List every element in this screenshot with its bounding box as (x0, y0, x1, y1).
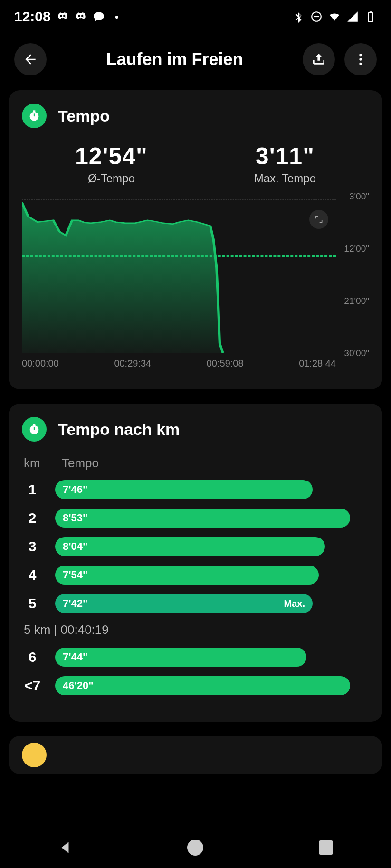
y-tick: 21'00" (344, 296, 369, 306)
split-row: 28'53" (22, 509, 369, 528)
x-tick: 00:29:34 (114, 358, 151, 372)
split-bar: 7'54" (55, 566, 319, 585)
share-button[interactable] (303, 43, 335, 75)
split-bar: 46'20" (55, 676, 350, 695)
more-button[interactable] (344, 43, 377, 75)
max-pace-label: Max. Tempo (254, 172, 316, 185)
split-tempo: 8'04" (63, 540, 87, 553)
split-tempo: 7'42" (63, 597, 87, 610)
split-milestone-note: 5 km | 00:40:19 (24, 623, 369, 637)
discord-icon (75, 10, 87, 23)
svg-rect-10 (33, 424, 36, 425)
svg-rect-1 (314, 16, 319, 17)
dnd-icon (310, 10, 323, 23)
splits-column-headers: km Tempo (22, 456, 369, 471)
status-left: 12:08 ● (14, 9, 123, 25)
split-row: 57'42"Max. (22, 594, 369, 613)
svg-rect-2 (369, 12, 373, 22)
svg-point-5 (359, 58, 362, 60)
nav-home-button[interactable] (181, 833, 210, 862)
battery-icon (364, 10, 377, 23)
split-km: 6 (22, 649, 43, 665)
col-tempo: Tempo (62, 456, 99, 471)
system-nav-bar (0, 827, 391, 868)
x-tick: 00:59:08 (207, 358, 244, 372)
stopwatch-icon (22, 417, 47, 442)
status-right (292, 10, 377, 23)
split-row: 67'44" (22, 648, 369, 667)
split-max-label: Max. (284, 598, 305, 609)
split-row: 17'46" (22, 480, 369, 499)
x-tick: 01:28:44 (299, 358, 336, 372)
split-bar: 7'42"Max. (55, 594, 313, 613)
avg-pace-stat: 12'54" Ø-Tempo (75, 142, 148, 185)
split-row: <746'20" (22, 676, 369, 695)
max-pace-stat: 3'11" Max. Tempo (254, 142, 316, 185)
content-scroll[interactable]: Tempo 12'54" Ø-Tempo 3'11" Max. Tempo 3'… (0, 85, 391, 831)
svg-point-6 (359, 63, 362, 65)
nav-back-button[interactable] (51, 833, 79, 862)
expand-chart-button[interactable] (309, 210, 328, 229)
wifi-icon (328, 10, 341, 23)
col-km: km (24, 456, 45, 471)
dot-icon: ● (111, 10, 123, 23)
avg-pace-value: 12'54" (75, 142, 148, 170)
split-bar: 8'53" (55, 509, 350, 528)
app-bar: Laufen im Freien (0, 33, 391, 85)
avg-pace-label: Ø-Tempo (75, 172, 148, 185)
split-row: 38'04" (22, 537, 369, 556)
splits-title: Tempo nach km (58, 420, 180, 439)
pace-chart: 3'00"12'00"21'00"30'00" 00:00:0000:29:34… (22, 197, 369, 372)
status-bar: 12:08 ● (0, 0, 391, 33)
svg-point-4 (359, 54, 362, 56)
split-tempo: 7'44" (63, 651, 87, 663)
cell-signal-icon (346, 10, 359, 23)
tempo-title: Tempo (58, 107, 110, 125)
y-tick: 12'00" (344, 244, 369, 254)
splits-card: Tempo nach km km Tempo 17'46"28'53"38'04… (9, 404, 382, 722)
back-button[interactable] (14, 43, 47, 75)
split-tempo: 46'20" (63, 679, 94, 692)
split-km: <7 (22, 678, 43, 694)
stopwatch-icon (22, 104, 47, 128)
split-tempo: 7'54" (63, 569, 87, 581)
split-km: 3 (22, 538, 43, 555)
split-bar: 8'04" (55, 537, 325, 556)
discord-icon (57, 10, 69, 23)
max-pace-value: 3'11" (254, 142, 316, 170)
tempo-card: Tempo 12'54" Ø-Tempo 3'11" Max. Tempo 3'… (9, 90, 382, 389)
split-km: 1 (22, 481, 43, 498)
chat-icon (93, 10, 105, 23)
next-card-peek (9, 736, 382, 774)
x-tick: 00:00:00 (22, 358, 59, 372)
split-tempo: 8'53" (63, 512, 87, 524)
split-bar: 7'46" (55, 480, 313, 499)
y-tick: 30'00" (344, 348, 369, 359)
status-time: 12:08 (14, 9, 51, 25)
page-title: Laufen im Freien (56, 49, 293, 69)
split-tempo: 7'46" (63, 483, 87, 496)
y-tick: 3'00" (349, 191, 369, 202)
split-km: 2 (22, 510, 43, 526)
split-bar: 7'44" (55, 648, 306, 667)
nav-recent-button[interactable] (312, 833, 340, 862)
bluetooth-icon (292, 10, 305, 23)
peek-icon (22, 743, 47, 767)
svg-rect-3 (370, 11, 372, 13)
split-row: 47'54" (22, 566, 369, 585)
split-km: 5 (22, 595, 43, 612)
split-km: 4 (22, 567, 43, 583)
svg-rect-8 (33, 110, 36, 112)
avg-pace-line (22, 255, 336, 257)
